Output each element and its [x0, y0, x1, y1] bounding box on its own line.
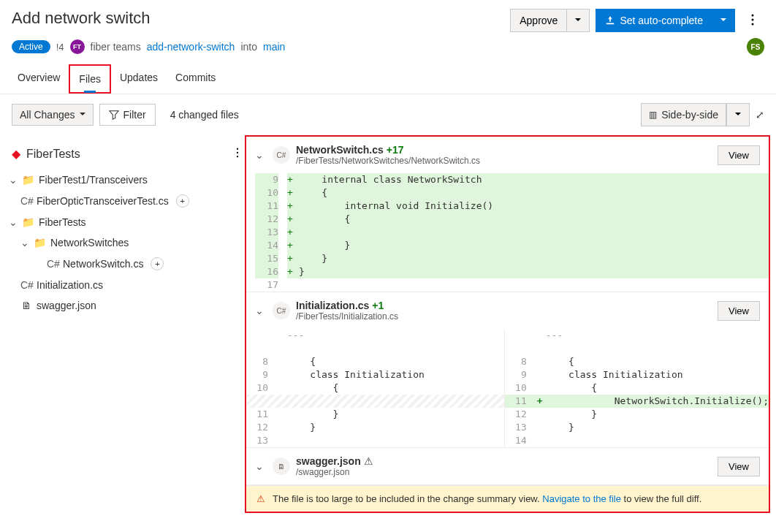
tree-item-label: FiberTests [39, 216, 86, 228]
view-file-button[interactable]: View [718, 301, 760, 321]
tree-folder[interactable]: ⌄📁FiberTests [6, 212, 245, 232]
filter-icon [109, 110, 119, 120]
pr-tabs: Overview Files Updates Commits [0, 64, 776, 94]
svg-point-5 [237, 156, 238, 157]
large-file-warning: ⚠The file is too large to be included in… [246, 485, 769, 512]
added-badge: + [151, 257, 164, 270]
team-name: fiber teams [91, 41, 141, 53]
file-delta: +1 [372, 300, 384, 311]
tree-item-label: FiberTest1/Transceivers [39, 174, 148, 186]
tab-overview[interactable]: Overview [9, 64, 69, 94]
svg-point-2 [752, 23, 754, 25]
warning-text: The file is too large to be included in … [273, 493, 542, 504]
navigate-to-file-link[interactable]: Navigate to the file [542, 493, 621, 504]
file-name: Initialization.cs [296, 300, 369, 311]
into-text: into [240, 41, 257, 53]
filter-button[interactable]: Filter [99, 104, 156, 126]
chevron-down-icon [80, 109, 85, 121]
warning-icon: ⚠ [364, 455, 373, 467]
autocomplete-chevron[interactable] [712, 9, 735, 32]
view-file-button[interactable]: View [718, 145, 760, 165]
file-name: NetworkSwitch.cs [296, 144, 384, 156]
tab-files[interactable]: Files [69, 64, 111, 94]
tree-folder[interactable]: ⌄📁NetworkSwitches [6, 232, 245, 253]
file-path: /swagger.json [296, 467, 373, 477]
file-tree: ⌄📁FiberTest1/TransceiversC#FiberOpticTra… [6, 170, 245, 316]
chevron-down-icon [575, 15, 581, 26]
file-type-badge: C# [273, 146, 290, 164]
collapse-file-button[interactable]: ⌄ [255, 305, 267, 316]
autocomplete-split-button[interactable]: Set auto-complete [596, 9, 735, 32]
changes-dropdown[interactable]: All Changes [12, 104, 94, 126]
chevron-down-icon [735, 109, 741, 121]
view-file-button[interactable]: View [718, 457, 760, 476]
autocomplete-icon [605, 15, 615, 26]
tree-file[interactable]: 🗎swagger.json [6, 295, 245, 316]
more-actions-button[interactable] [741, 14, 764, 28]
file-delta: +17 [387, 144, 404, 156]
collapse-file-button[interactable]: ⌄ [255, 149, 267, 161]
tree-file[interactable]: C#NetworkSwitch.cs+ [6, 253, 245, 275]
collapse-file-button[interactable]: ⌄ [255, 460, 267, 472]
file-path: /FiberTests/Initialization.cs [296, 311, 398, 322]
warning-icon: ⚠ [256, 493, 265, 504]
file-card: ⌄C#NetworkSwitch.cs +17/FiberTests/Netwo… [246, 137, 769, 292]
approve-chevron[interactable] [566, 9, 590, 32]
svg-point-4 [237, 152, 238, 153]
tree-item-label: NetworkSwitch.cs [63, 258, 143, 270]
source-branch-link[interactable]: add-network-switch [147, 41, 235, 53]
csharp-file-icon: C# [20, 279, 32, 291]
file-type-badge: 🗎 [273, 457, 290, 475]
pr-id: !4 [56, 42, 64, 53]
approve-button[interactable]: Approve [510, 9, 566, 32]
svg-point-1 [752, 18, 754, 20]
kebab-icon [236, 148, 239, 158]
folder-icon: 📁 [34, 237, 46, 248]
tab-commits[interactable]: Commits [167, 64, 224, 94]
approve-split-button[interactable]: Approve [510, 9, 590, 32]
page-title: Add network switch [12, 9, 151, 28]
folder-icon: 📁 [22, 174, 34, 186]
csharp-file-icon: C# [47, 258, 58, 270]
view-mode-dropdown[interactable]: ▥ Side-by-side [641, 103, 750, 126]
chevron-down-icon: ⌄ [20, 237, 29, 248]
file-type-badge: C# [273, 302, 290, 319]
chevron-down-icon [720, 15, 726, 26]
user-avatar[interactable]: FS [747, 38, 764, 56]
file-path: /FiberTests/NetworkSwitches/NetworkSwitc… [296, 156, 480, 166]
tree-file[interactable]: C#Initialization.cs [6, 275, 245, 295]
repo-more-button[interactable] [236, 148, 239, 160]
status-badge: Active [12, 40, 50, 53]
file-card: ⌄🗎swagger.json ⚠/swagger.jsonView [246, 448, 769, 485]
repo-icon: ◆ [12, 147, 20, 161]
view-mode-chevron[interactable] [726, 103, 750, 126]
tree-item-label: NetworkSwitches [50, 237, 129, 248]
warning-text-2: to view the full diff. [621, 493, 701, 504]
csharp-file-icon: C# [20, 195, 32, 207]
chevron-down-icon: ⌄ [9, 174, 18, 186]
set-autocomplete-button[interactable]: Set auto-complete [596, 9, 712, 32]
file-name: swagger.json [296, 455, 361, 467]
side-by-side-icon: ▥ [649, 110, 657, 120]
file-card: ⌄C#Initialization.cs +1/FiberTests/Initi… [246, 292, 769, 448]
tree-item-label: Initialization.cs [37, 279, 103, 291]
team-avatar: FT [70, 39, 85, 54]
repo-name: FiberTests [26, 148, 80, 161]
added-badge: + [176, 194, 189, 208]
svg-point-3 [237, 148, 238, 150]
file-icon: 🗎 [20, 300, 32, 311]
tree-item-label: swagger.json [37, 300, 96, 311]
changed-files-count: 4 changed files [170, 109, 239, 121]
fullscreen-button[interactable]: ⤢ [756, 109, 764, 121]
folder-icon: 📁 [22, 216, 34, 228]
chevron-down-icon: ⌄ [9, 216, 18, 228]
tree-folder[interactable]: ⌄📁FiberTest1/Transceivers [6, 170, 245, 190]
tree-file[interactable]: C#FiberOpticTransceiverTest.cs+ [6, 190, 245, 212]
svg-point-0 [752, 14, 754, 16]
tab-updates[interactable]: Updates [111, 64, 167, 94]
kebab-icon [751, 14, 754, 26]
tree-item-label: FiberOpticTransceiverTest.cs [37, 195, 169, 207]
target-branch-link[interactable]: main [263, 41, 285, 53]
